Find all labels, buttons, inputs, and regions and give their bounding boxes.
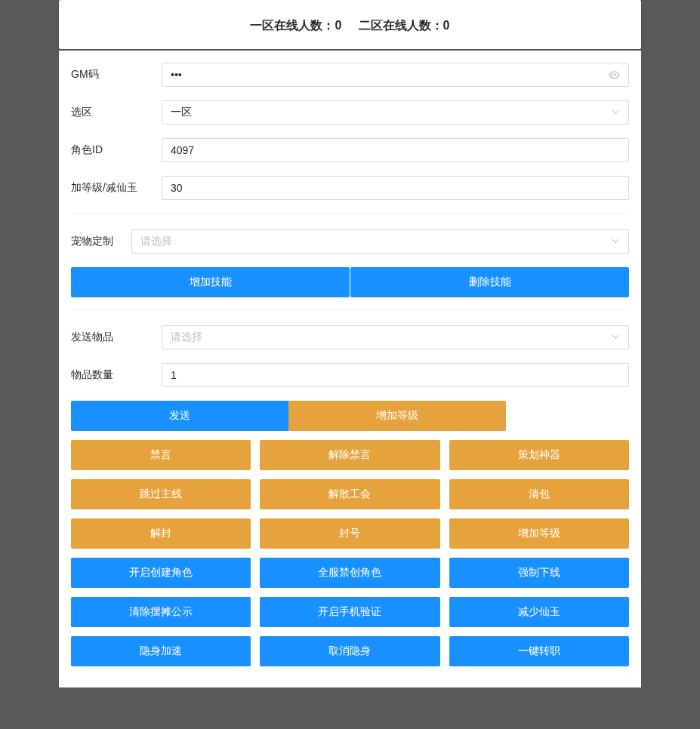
level-input[interactable] [162, 176, 629, 200]
zone-select-value: 一区 [171, 106, 192, 119]
cancel-stealth-button[interactable]: 取消隐身 [260, 636, 439, 666]
global-ban-create-role-button[interactable]: 全服禁创角色 [260, 558, 439, 588]
zone2-count: 0 [443, 19, 450, 32]
skip-main-button[interactable]: 跳过主线 [71, 479, 251, 509]
stealth-speed-button[interactable]: 隐身加速 [71, 636, 251, 666]
zone2-label: 二区在线人数： [359, 19, 443, 32]
zone-select-label: 选区 [71, 106, 162, 119]
item-count-input[interactable] [162, 363, 629, 387]
unmute-button[interactable]: 解除禁言 [260, 440, 439, 470]
role-id-label: 角色ID [71, 143, 162, 157]
level-label: 加等级/减仙玉 [71, 181, 162, 195]
eye-icon[interactable] [609, 69, 621, 81]
one-key-change-job-button[interactable]: 一键转职 [449, 636, 629, 666]
header-stats-card: 一区在线人数：0 二区在线人数：0 [59, 0, 641, 49]
send-item-placeholder: 请选择 [171, 331, 202, 344]
mute-button[interactable]: 禁言 [71, 440, 251, 470]
pet-custom-placeholder: 请选择 [140, 235, 172, 248]
zone-select[interactable]: 一区 [162, 100, 629, 125]
add-skill-button[interactable]: 增加技能 [71, 267, 350, 297]
reduce-jade-button[interactable]: 减少仙玉 [449, 597, 629, 627]
clear-bag-button[interactable]: 清包 [449, 479, 629, 509]
remove-skill-button[interactable]: 删除技能 [350, 267, 629, 297]
send-item-label: 发送物品 [71, 331, 162, 344]
online-stats: 一区在线人数：0 二区在线人数：0 [71, 18, 629, 34]
planner-artifact-button[interactable]: 策划神器 [449, 440, 629, 470]
item-count-label: 物品数量 [71, 368, 162, 382]
unban-button[interactable]: 解封 [71, 518, 251, 549]
send-button[interactable]: 发送 [71, 401, 288, 431]
chevron-down-icon [611, 333, 620, 342]
force-offline-button[interactable]: 强制下线 [449, 558, 629, 588]
clear-stall-notice-button[interactable]: 清除摆摊公示 [71, 597, 251, 627]
zone1-count: 0 [335, 19, 341, 32]
chevron-down-icon [611, 108, 620, 117]
enable-phone-verify-button[interactable]: 开启手机验证 [260, 597, 439, 627]
main-form-card: GM码 选区 一区 [59, 51, 641, 687]
pet-custom-select[interactable]: 请选择 [131, 229, 629, 254]
gm-code-input[interactable] [162, 63, 629, 87]
add-level2-button[interactable]: 增加等级 [449, 518, 629, 549]
chevron-down-icon [611, 237, 620, 246]
add-level-button[interactable]: 增加等级 [288, 401, 506, 431]
divider [71, 214, 629, 214]
enable-create-role-button[interactable]: 开启创建角色 [71, 558, 251, 588]
divider [71, 309, 629, 310]
dissolve-guild-button[interactable]: 解散工会 [260, 479, 439, 509]
gm-code-label: GM码 [71, 68, 162, 82]
send-item-select[interactable]: 请选择 [162, 325, 629, 349]
zone1-label: 一区在线人数： [250, 19, 335, 32]
ban-button[interactable]: 封号 [260, 518, 439, 549]
pet-custom-label: 宠物定制 [71, 235, 131, 248]
role-id-input[interactable] [162, 138, 629, 162]
